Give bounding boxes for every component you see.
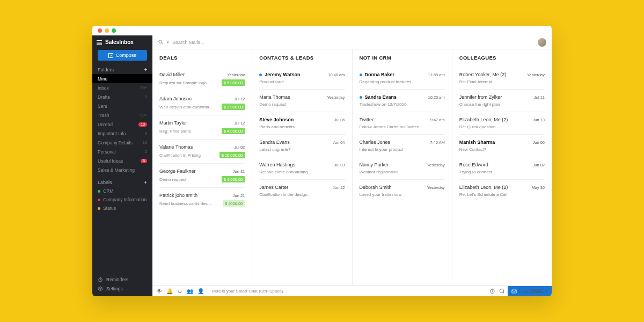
mail-subject: Demo request <box>159 177 218 182</box>
folder-important-info[interactable]: Important Info2 <box>92 129 152 138</box>
mail-from: Elizabeth Leon, Me (2) <box>459 185 508 190</box>
mail-time: Yesterday <box>427 163 445 167</box>
minimize-icon[interactable] <box>105 28 109 33</box>
mail-item[interactable]: Donna Baker11:58 amRegarding product fea… <box>360 67 445 90</box>
folder-sales-marketing[interactable]: Sales & Marketing <box>92 165 152 174</box>
mail-item[interactable]: Jennifer from ZylkerJul 11Choose the rig… <box>459 90 545 112</box>
mail-item[interactable]: Manish SharmaJun 06New Contact? <box>459 135 545 157</box>
clock-icon[interactable] <box>489 288 495 294</box>
mail-item[interactable]: James CarterJun 22Clarification in the d… <box>259 180 345 202</box>
search-input[interactable] <box>172 40 535 45</box>
folder-sent[interactable]: Sent <box>92 101 152 111</box>
mail-from: Valarie Thomas <box>159 144 193 150</box>
mail-time: Jun 21 <box>233 193 245 198</box>
mail-subject: Loved your tradeshow <box>360 192 445 197</box>
folder-drafts[interactable]: Drafts3 <box>92 92 152 101</box>
deal-amount: $ 10,000.00 <box>219 152 245 158</box>
avatar[interactable] <box>538 38 546 47</box>
deal-amount: $ 4,000.00 <box>222 128 245 134</box>
search-caret[interactable]: ▾ <box>167 40 169 45</box>
mail-from: Deborah Smith <box>360 185 392 190</box>
mail-item[interactable]: David MillerYesterdayRequest for Sample … <box>159 67 245 91</box>
search-icon <box>158 39 164 45</box>
mail-from: Patrick joho smith <box>159 193 197 198</box>
deal-amount: $ 5,000.00 <box>222 79 245 86</box>
folder-label: Company Details <box>98 140 133 145</box>
label-crm[interactable]: CRM <box>92 187 152 195</box>
settings-nav[interactable]: Settings <box>92 284 152 293</box>
add-folder-button[interactable]: + <box>144 67 147 72</box>
mail-item[interactable]: Charles Jones7:40 AMInterest in your pro… <box>360 135 445 157</box>
folder-count: 12 <box>143 140 147 145</box>
mail-item[interactable]: Adam JohnsonJul 12Web design deal-confir… <box>159 91 245 115</box>
folder-trash[interactable]: Trash99+ <box>92 111 152 120</box>
mail-item[interactable]: Deborah SmithYesterdayLoved your tradesh… <box>360 180 445 202</box>
maximize-icon[interactable] <box>112 28 116 33</box>
mail-item[interactable]: Martin TaylorJul 12Reg: Price plans$ 4,0… <box>159 115 245 140</box>
mail-item[interactable]: Rose EdwardJun 02Trying to connect <box>459 157 545 180</box>
mail-item[interactable]: Robert Yonker, Me (2)YesterdayRe: Final … <box>459 67 545 90</box>
mail-item[interactable]: Twitter9:47 amFollow James Carter on Twi… <box>360 112 445 135</box>
label-name: Company Information <box>103 197 147 202</box>
labels-title: Labels <box>98 180 112 185</box>
folder-personal[interactable]: Personal2 <box>92 147 152 156</box>
hamburger-icon[interactable] <box>97 40 102 45</box>
people-icon[interactable]: 👥 <box>187 288 193 294</box>
compose-button[interactable]: Compose <box>98 50 147 61</box>
column-title: DEALS <box>159 55 245 61</box>
deal-amount: $ 3,000.00 <box>222 104 245 110</box>
mail-from: Rose Edward <box>459 162 488 167</box>
close-icon[interactable] <box>98 28 102 33</box>
mail-item[interactable]: Elizabeth Leon, Me (2)May 30Re: Let's Sc… <box>459 180 545 202</box>
folder-mine[interactable]: Mine <box>92 74 152 83</box>
folder-badge: 8 <box>141 159 147 163</box>
folder-label: Useful Ideas <box>98 158 123 164</box>
bottom-icons: 👁 🔔 ☺ 👥 👤 <box>152 288 208 294</box>
mail-time: Jul 06 <box>334 118 345 122</box>
topbar: ▾ <box>152 35 552 49</box>
folder-inbox[interactable]: Inbox99+ <box>92 83 152 92</box>
mail-subject: Trying to connect <box>459 170 545 174</box>
label-name: Status <box>103 206 116 211</box>
person-icon[interactable]: 👤 <box>197 288 204 294</box>
folder-company-details[interactable]: Company Details12 <box>92 138 152 147</box>
mail-item[interactable]: George FaulknerJun 31Demo request$ 4,000… <box>159 164 245 188</box>
folder-unread[interactable]: Unread13 <box>92 120 152 129</box>
mail-item[interactable]: Elizabeth Leon, Me (2)Jun 13Re: Quick qu… <box>459 112 545 135</box>
add-label-button[interactable]: + <box>144 180 147 185</box>
chat-icon[interactable] <box>499 288 504 294</box>
mail-subject: Re: Welcome onboarding <box>259 170 345 174</box>
eye-icon[interactable]: 👁 <box>157 288 162 294</box>
mail-subject: Webinar registration <box>360 170 445 174</box>
mail-item[interactable]: Valarie ThomasJul 02Clarification in Pri… <box>159 140 245 164</box>
mail-subject: Plans and benefits <box>259 125 345 129</box>
label-company-information[interactable]: Company Information <box>92 195 152 204</box>
bell-icon[interactable]: 🔔 <box>166 288 173 294</box>
folder-useful-ideas[interactable]: Useful Ideas8 <box>92 156 152 165</box>
mail-item[interactable]: Patrick joho smithJun 21Need business ca… <box>159 188 245 211</box>
mail-from: Twitter <box>360 117 374 122</box>
mail-item[interactable]: Steve JohnsonJul 06Plans and benefits <box>259 112 345 135</box>
folder-badge: 13 <box>138 122 147 127</box>
mail-item[interactable]: Nancy ParkerYesterdayWebinar registratio… <box>360 157 445 180</box>
compose-icon <box>108 53 113 58</box>
mail-item[interactable]: Sandra EvansJun 04Latest upgrade? <box>259 135 345 157</box>
column-not-in-crm: NOT IN CRMDonna Baker11:58 amRegarding p… <box>353 49 452 286</box>
mail-item[interactable]: Warren HastingsJul 03Re: Welcome onboard… <box>259 157 345 180</box>
mail-from: Maria Thomas <box>259 94 290 100</box>
mail-from: Jennifer from Zylker <box>459 94 502 100</box>
mail-item[interactable]: Jeremy Watson10:40 amProduct tour! <box>259 67 345 90</box>
mail-time: Jul 02 <box>234 145 245 150</box>
feedback-button[interactable]: FEEDBACK <box>508 286 552 296</box>
smile-icon[interactable]: ☺ <box>177 288 182 294</box>
mail-item[interactable]: Maria ThomasYesterdayDemo request <box>259 90 345 112</box>
mail-item[interactable]: Sandra Evans10:20 amTradeshow on 12/7/20… <box>360 90 445 112</box>
mail-time: Jun 13 <box>532 118 545 122</box>
mail-from: George Faulkner <box>159 169 196 174</box>
mail-subject: Regarding product features <box>360 79 445 84</box>
label-status[interactable]: Status <box>92 204 152 213</box>
mail-from: Warren Hastings <box>259 162 295 167</box>
reminders-nav[interactable]: Reminders <box>92 275 152 284</box>
mail-icon <box>511 289 517 294</box>
gear-icon <box>98 286 103 291</box>
